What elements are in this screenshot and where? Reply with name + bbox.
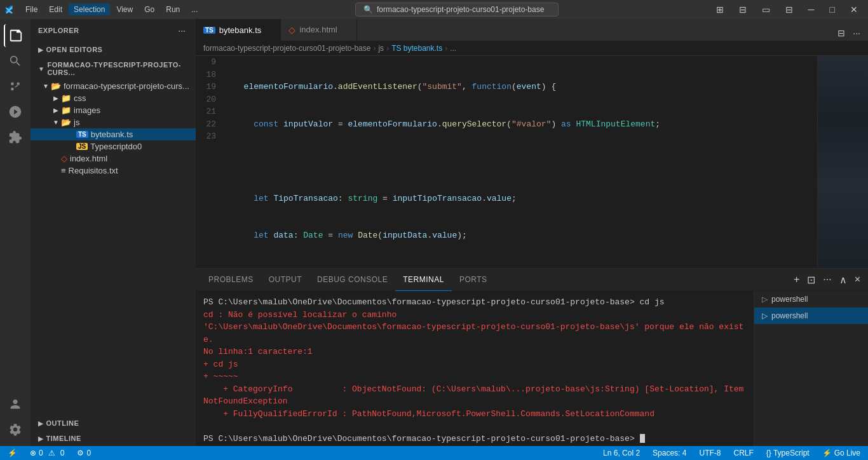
images-folder-icon: 📁 [61,105,71,115]
breadcrumb-more[interactable]: ... [450,44,456,53]
tree-item-js[interactable]: ▼ 📂 js [31,116,196,128]
css-folder-icon: 📁 [61,93,71,103]
bytebank-ts-label: bytebank.ts [91,130,133,139]
timeline-label: TIMELINE [46,435,81,442]
tree-item-images[interactable]: ▶ 📁 images [31,104,196,116]
terminal-more-btn[interactable]: ··· [820,271,834,288]
panel-body: PS C:\Users\malub\OneDrive\Documentos\fo… [196,291,868,446]
powershell-icon-2: ▷ [762,311,768,320]
extensions-icon [8,130,22,144]
extensions-btn[interactable]: ⊞ [711,2,729,17]
term-line-6: + ~~~~~ [203,370,746,383]
project-section[interactable]: ▼ FORMACAO-TYPESCRIPT-PROJETO-CURS... [31,57,196,80]
status-errors[interactable]: ⊗ 0 ⚠ 0 [27,449,67,457]
layout-btn[interactable]: ⊟ [734,2,752,17]
activity-explorer[interactable] [4,24,27,47]
minimize-btn[interactable]: ─ [803,2,820,17]
term-line-prompt: PS C:\Users\malub\OneDrive\Documentos\fo… [203,433,746,445]
tree-item-index-html[interactable]: ◇ index.html [31,152,196,165]
breadcrumb-js[interactable]: js [378,44,384,53]
status-spaces[interactable]: Spaces: 4 [650,449,689,457]
activity-source-control[interactable] [4,75,27,98]
explorer-icon [9,29,23,43]
more-tabs-btn[interactable]: ··· [850,25,863,41]
css-arrow: ▶ [51,95,61,102]
powershell-icon-1: ▷ [762,295,768,304]
term-line-4: No linha:1 caractere:1 [203,346,746,358]
terminal-cursor [640,434,645,443]
panel-tab-debug-console[interactable]: DEBUG CONSOLE [309,269,395,291]
status-language[interactable]: {} TypeScript [764,449,812,457]
tree-item-requisitos[interactable]: ≡ Requisitos.txt [31,165,196,177]
tab-bytebank-label: bytebank.ts [219,25,262,35]
breadcrumb-root[interactable]: formacao-typescript-projeto-curso01-proj… [203,44,370,53]
status-position[interactable]: Ln 6, Col 2 [600,449,642,457]
code-lines[interactable]: elementoFormulario.addEventListener("sub… [226,56,817,268]
activity-search[interactable] [4,50,27,72]
terminal-session-2[interactable]: ▷ powershell [754,308,868,324]
sidebar-title: EXPLORER [38,27,79,34]
tab-bytebank-ts[interactable]: TS bytebank.ts × [196,19,281,41]
timeline-arrow: ▶ [38,435,44,442]
terminal-output[interactable]: PS C:\Users\malub\OneDrive\Documentos\fo… [196,291,754,446]
activity-settings[interactable] [4,418,27,441]
window-controls: ⊞ ⊟ ▭ ⊟ ─ □ ✕ [711,2,863,17]
activity-account[interactable] [4,393,27,416]
menu-edit[interactable]: Edit [44,4,67,15]
tree-item-root-folder[interactable]: ▼ 📂 formacao-typescript-projeto-curs... [31,80,196,92]
tree-item-css[interactable]: ▶ 📁 css [31,92,196,104]
maximize-btn[interactable]: □ [825,2,840,17]
menu-file[interactable]: File [20,4,43,15]
tab-index-html[interactable]: ◇ index.html × [281,19,356,41]
js-label: js [74,118,79,127]
status-remote[interactable]: ⚡ [5,449,20,457]
panel-tab-output[interactable]: OUTPUT [261,269,309,291]
panel-tab-terminal[interactable]: TERMINAL [395,269,452,291]
menu-selection[interactable]: Selection [69,4,110,15]
timeline-section[interactable]: ▶ TIMELINE [31,431,196,446]
split-btn[interactable]: ⊟ [780,2,798,17]
menu-view[interactable]: View [111,4,138,15]
breadcrumb-ts-file[interactable]: TS bytebank.ts [391,44,442,53]
sidebar-more-btn[interactable]: ··· [175,24,188,37]
menu-go[interactable]: Go [139,4,159,15]
panel-btn[interactable]: ▭ [757,2,775,17]
status-info[interactable]: ⚙ 0 [74,449,93,457]
status-golive[interactable]: ⚡ Go Live [820,449,863,457]
open-editors-section[interactable]: ▶ OPEN EDITORS [31,42,196,57]
encoding-text: UTF-8 [699,449,721,457]
status-eol[interactable]: CRLF [731,449,756,457]
tree-item-typescriptdo0[interactable]: JS Typescriptdo0 [31,140,196,152]
open-editors-arrow: ▶ [38,46,44,53]
menu-more[interactable]: ... [186,4,203,15]
activity-debug[interactable] [4,100,27,123]
line-num-21: 21 [196,105,216,118]
menu-run[interactable]: Run [161,4,185,15]
activity-extensions[interactable] [4,126,27,149]
line-num-22: 22 [196,118,216,131]
editor-scroll[interactable]: 9 18 19 20 21 22 23 elementoFormulario.a… [196,56,817,268]
search-bar[interactable]: 🔍 formacao-typescript-projeto-curso01-pr… [355,3,559,17]
spaces-text: Spaces: 4 [653,449,686,457]
root-folder-arrow: ▼ [41,83,51,90]
tree-item-bytebank-ts[interactable]: TS bytebank.ts [31,128,196,140]
panel-tab-ports[interactable]: PORTS [452,269,495,291]
golive-text: Go Live [834,449,860,457]
panel-tab-problems[interactable]: PROBLEMS [201,269,261,291]
terminal-maximize-btn[interactable]: ∧ [837,271,850,288]
status-encoding[interactable]: UTF-8 [696,449,723,457]
term-line-2: cd : Não é possível localizar o caminho [203,309,746,321]
panel-tab-right: + ⊡ ··· ∧ × [791,271,863,288]
close-btn[interactable]: ✕ [845,2,863,17]
terminal-session-1[interactable]: ▷ powershell [754,291,868,308]
outline-section[interactable]: ▶ OUTLINE [31,416,196,431]
powershell-label-1: powershell [771,295,808,304]
language-text: {} TypeScript [766,449,810,457]
split-terminal-btn[interactable]: ⊡ [804,271,818,288]
code-line-20: let TipoTransacao: string = inputTipoTra… [234,193,810,205]
eol-text: CRLF [733,449,753,457]
terminal-close-btn[interactable]: × [852,271,863,288]
split-editor-btn[interactable]: ⊟ [835,25,848,41]
ts-badge: TS [76,131,88,138]
new-terminal-btn[interactable]: + [791,271,802,288]
